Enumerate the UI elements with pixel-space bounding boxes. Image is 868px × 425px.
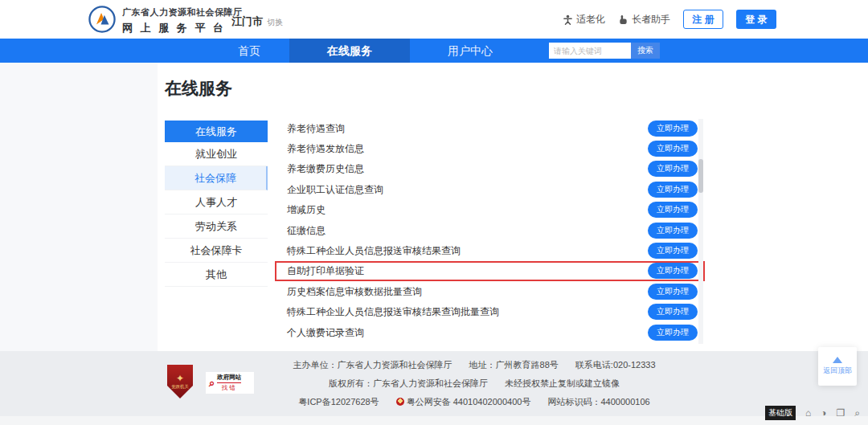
footer-police-link[interactable]: 粤公网安备 44010402000400号 [396,397,531,407]
service-name: 企业职工认证信息查询 [287,182,383,196]
handle-now-button[interactable]: 立即办理 [648,182,698,198]
find-error-bottom-label: 找错 [222,384,237,392]
org-name: 广东省人力资源和社会保障厅 [122,6,243,18]
windows-icon[interactable]: ❐ [837,408,845,418]
footer-copyright: 版权所有：广东省人力资源和社会保障厅 [329,378,488,388]
back-to-top-button[interactable]: 返回顶部 [818,347,857,386]
site-titles: 广东省人力资源和社会保障厅 网 上 服 务 平 台 [122,6,243,35]
service-row: 养老待遇查询 立即办理 [275,118,705,138]
header-actions: 适老化 长者助手 注 册 登 录 [563,10,776,29]
footer-address: 地址：广州教育路88号 [469,360,559,370]
contrast-icon[interactable]: ◑ [821,408,826,418]
shield-label: 党政机关 [171,383,189,390]
accessibility-label: 适老化 [576,13,605,27]
footer-icp-link[interactable]: 粤ICP备12027628号 [298,397,379,407]
service-row: 个人缴费记录查询 立即办理 [275,322,705,342]
elder-helper-label: 长者助手 [632,13,670,27]
arrow-up-icon [833,357,842,363]
tab-home[interactable]: 首页 [209,39,289,63]
login-button[interactable]: 登 录 [736,10,776,29]
service-row: 征缴信息 立即办理 [275,220,705,240]
footer-police-text: 粤公网安备 44010402000400号 [407,397,531,407]
footer-notice: 未经授权禁止复制或建立镜像 [505,378,620,388]
service-name: 特殊工种企业人员信息报送审核结果查询批量查询 [287,305,499,319]
footer-phone: 联系电话:020-12333 [575,360,656,370]
find-error-top-label: 政府网站 [217,374,241,383]
handle-now-button[interactable]: 立即办理 [648,325,698,341]
service-name: 特殊工种企业人员信息报送审核结果查询 [287,244,461,258]
city-selector[interactable]: 江门市切换 [231,14,283,29]
tab-online-services[interactable]: 在线服务 [289,39,410,63]
sidebar-item-employment[interactable]: 就业创业 [165,142,268,166]
tab-user-center[interactable]: 用户中心 [410,39,530,63]
service-name: 养老待遇查询 [287,121,345,135]
service-name: 增减历史 [287,203,326,217]
scrollbar-thumb[interactable] [698,159,703,193]
service-name: 历史档案信息审核数据批量查询 [287,284,422,298]
footer-line-1: 主办单位：广东省人力资源和社会保障厅 地址：广州教育路88号 联系电话:020-… [265,359,683,371]
back-to-top-label: 返回顶部 [823,366,852,376]
sidebar-item-hr-talent[interactable]: 人事人才 [165,190,268,215]
bottom-strip [0,416,868,425]
sidebar-item-social-security[interactable]: 社会保障 [165,166,268,190]
service-name: 征缴信息 [287,223,326,237]
service-name: 养老缴费历史信息 [287,162,364,176]
government-shield-badge: ✦ 党政机关 [167,365,193,398]
tool-icon[interactable]: ⌂ [805,408,811,418]
sidebar-item-other[interactable]: 其他 [165,263,268,287]
service-name: 个人缴费记录查询 [287,325,364,339]
sidebar: 在线服务 就业创业 社会保障 人事人才 劳动关系 社会保障卡 其他 [165,121,268,287]
sidebar-header-online-services[interactable]: 在线服务 [165,121,268,142]
footer-line-2: 版权所有：广东省人力资源和社会保障厅 未经授权禁止复制或建立镜像 [265,378,683,390]
service-row: 养老待遇发放信息 立即办理 [275,138,705,158]
nav-tabs: 首页 在线服务 用户中心 [209,39,530,63]
handle-now-button[interactable]: 立即办理 [648,263,698,279]
site-logo-icon [88,6,116,33]
switch-city-link[interactable]: 切换 [267,18,283,27]
page-title: 在线服务 [165,77,232,100]
handle-now-button[interactable]: 立即办理 [648,223,698,239]
handle-now-button[interactable]: 立即办理 [648,121,698,137]
elder-helper-link[interactable]: 长者助手 [618,13,670,27]
service-row: 养老缴费历史信息 立即办理 [275,159,705,179]
service-row: 特殊工种企业人员信息报送审核结果查询批量查询 立即办理 [275,302,705,322]
sidebar-item-labor-relations[interactable]: 劳动关系 [165,215,268,239]
accessibility-link[interactable]: 适老化 [563,13,605,27]
scrollbar-track [698,119,703,344]
police-badge-icon [396,398,404,406]
service-name: 自助打印单据验证 [287,264,364,278]
service-row: 企业职工认证信息查询 立即办理 [275,179,705,199]
handle-now-button[interactable]: 立即办理 [648,284,698,300]
footer-site-code: 网站标识码：4400000106 [547,397,649,407]
sidebar-item-social-security-card[interactable]: 社会保障卡 [165,239,268,263]
magnifier-icon[interactable]: ⌕ [854,408,860,418]
viewer-toolbar: 基础版 ⌂ ◑ ❐ ⌕ [765,405,860,421]
platform-name: 网 上 服 务 平 台 [122,21,243,35]
footer-line-3: 粤ICP备12027628号 粤公网安备 44010402000400号 网站标… [265,396,683,408]
footer-host: 主办单位：广东省人力资源和社会保障厅 [293,360,452,370]
footer-text: 主办单位：广东省人力资源和社会保障厅 地址：广州教育路88号 联系电话:020-… [265,359,683,415]
navbar: 首页 在线服务 用户中心 搜索 [0,39,868,63]
service-row-highlighted: 自助打印单据验证 立即办理 [275,261,705,281]
service-row: 特殊工种企业人员信息报送审核结果查询 立即办理 [275,240,705,260]
handle-now-button[interactable]: 立即办理 [648,202,698,218]
handle-now-button[interactable]: 立即办理 [648,161,698,177]
hand-pointer-icon [618,14,628,25]
left-background-panel [0,63,158,351]
red-magnifier-icon: ⌕ [209,377,215,390]
handle-now-button[interactable]: 立即办理 [648,141,698,157]
find-error-badge[interactable]: ⌕ 政府网站 找错 [206,372,254,394]
handle-now-button[interactable]: 立即办理 [648,304,698,320]
shield-emblem-icon: ✦ [176,374,184,383]
service-row: 增减历史 立即办理 [275,200,705,220]
search-button[interactable]: 搜索 [631,43,660,59]
version-badge[interactable]: 基础版 [765,406,796,420]
service-name: 养老待遇发放信息 [287,142,364,156]
search-input[interactable] [549,43,631,59]
city-name: 江门市 [231,15,263,27]
service-list: 养老待遇查询 立即办理 养老待遇发放信息 立即办理 养老缴费历史信息 立即办理 … [275,118,705,342]
register-button[interactable]: 注 册 [683,10,723,29]
page: 广东省人力资源和社会保障厅 网 上 服 务 平 台 江门市切换 适老化 长者助手… [0,0,868,425]
header: 广东省人力资源和社会保障厅 网 上 服 务 平 台 江门市切换 适老化 长者助手… [0,0,868,39]
handle-now-button[interactable]: 立即办理 [648,243,698,259]
